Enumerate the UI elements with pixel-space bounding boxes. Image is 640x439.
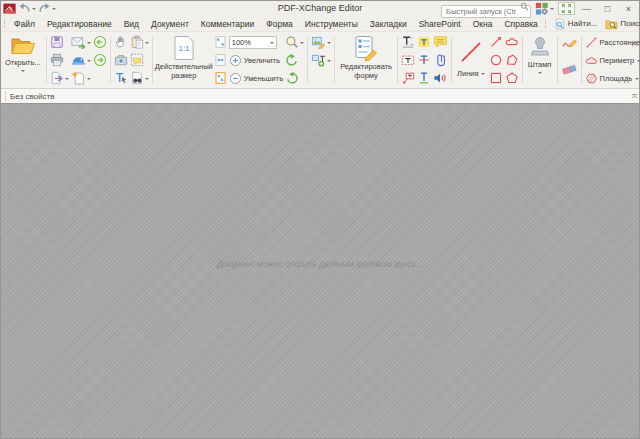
export-dropdown-arrow[interactable] xyxy=(65,78,69,82)
pencil-tool-button[interactable] xyxy=(560,33,579,51)
properties-text: Без свойств xyxy=(10,92,54,101)
email-button[interactable] xyxy=(70,33,92,51)
new-document-dropdown-arrow[interactable] xyxy=(87,78,91,82)
cloud-button[interactable] xyxy=(504,33,520,51)
line-tool-button[interactable]: Линия xyxy=(454,33,488,87)
propsbar-grip[interactable] xyxy=(5,92,7,101)
callout-button[interactable] xyxy=(400,69,416,87)
zoom-tool-button[interactable] xyxy=(284,33,305,51)
menu-bookmarks[interactable]: Закладки xyxy=(364,16,413,31)
menu-comments[interactable]: Комментарии xyxy=(195,16,261,31)
add-content-button[interactable] xyxy=(310,51,332,69)
zoom-tool-dropdown-arrow[interactable] xyxy=(300,42,304,46)
line-label: Линия xyxy=(457,69,479,78)
menu-help[interactable]: Справка xyxy=(498,16,543,31)
sound-button[interactable] xyxy=(432,69,449,87)
next-view-button[interactable] xyxy=(92,51,108,69)
pentagon-button[interactable] xyxy=(504,69,520,87)
prev-view-button[interactable] xyxy=(92,33,108,51)
customize-ui-dropdown-arrow[interactable] xyxy=(550,8,554,12)
arrow-icon xyxy=(489,35,503,49)
search-in-document-dropdown-arrow[interactable] xyxy=(145,78,149,82)
typewriter-button[interactable] xyxy=(400,33,416,51)
close-button[interactable]: × xyxy=(619,2,638,15)
minimize-button[interactable]: — xyxy=(577,2,596,15)
zoom-level-combo[interactable]: 100% xyxy=(229,36,277,49)
rotate-cw-button[interactable] xyxy=(284,69,305,87)
export-button[interactable] xyxy=(49,69,70,87)
rectangle-button[interactable] xyxy=(488,69,504,87)
paste-button[interactable] xyxy=(129,33,150,51)
select-comments-button[interactable] xyxy=(129,51,150,69)
line-dropdown-arrow[interactable] xyxy=(481,73,485,77)
perimeter-label: Периметр xyxy=(600,56,635,65)
customize-ui-icon xyxy=(535,2,549,15)
menu-edit[interactable]: Редактирование xyxy=(41,16,118,31)
arrow-button[interactable] xyxy=(488,33,504,51)
edit-objects-dropdown-arrow[interactable] xyxy=(327,42,331,46)
eraser-button[interactable] xyxy=(560,60,579,78)
select-text-button[interactable] xyxy=(113,69,129,87)
open-button[interactable]: Открыть... xyxy=(2,33,44,87)
attach-file-button[interactable] xyxy=(432,51,449,69)
menu-file[interactable]: Файл xyxy=(8,16,41,31)
save-button[interactable] xyxy=(49,33,70,51)
zoom-out-button[interactable]: Уменьшить xyxy=(228,69,284,87)
fullscreen-button[interactable] xyxy=(558,2,575,15)
redo-dropdown-arrow[interactable] xyxy=(52,8,56,12)
polygon-button[interactable] xyxy=(504,51,520,69)
search-button[interactable]: Поиск... xyxy=(601,17,640,31)
app-logo-icon[interactable] xyxy=(2,2,17,15)
menu-sharepoint[interactable]: SharePoint xyxy=(413,16,467,31)
edit-form-button[interactable]: Редактировать форму xyxy=(337,33,395,87)
find-toolbar-grip[interactable] xyxy=(545,19,547,28)
quick-launch-input[interactable] xyxy=(441,5,531,18)
menu-document[interactable]: Документ xyxy=(145,16,195,31)
propsbar-overflow-button[interactable] xyxy=(631,92,638,101)
stamp-dropdown-arrow[interactable] xyxy=(538,72,542,76)
scan-button[interactable] xyxy=(70,51,92,69)
find-button[interactable]: Найти... xyxy=(550,17,602,31)
scan-dropdown-arrow[interactable] xyxy=(87,60,91,64)
document-area[interactable]: Документ можно открыть двойным щелчком з… xyxy=(1,104,639,438)
email-dropdown-arrow[interactable] xyxy=(87,42,91,46)
actual-size-button[interactable]: 1:1 Действительный размер xyxy=(155,33,213,87)
menu-form[interactable]: Форма xyxy=(260,16,299,31)
text-box-button[interactable] xyxy=(400,51,416,69)
open-dropdown-arrow[interactable] xyxy=(21,70,25,74)
highlight-button[interactable] xyxy=(416,33,432,51)
stamp-button[interactable]: Штамп xyxy=(525,33,555,87)
customize-ui-button[interactable] xyxy=(533,2,556,15)
hand-tool-button[interactable] xyxy=(113,33,129,51)
search-in-document-button[interactable] xyxy=(129,69,150,87)
menu-tools[interactable]: Инструменты xyxy=(299,16,364,31)
area-button[interactable]: Площадь xyxy=(584,69,640,87)
menubar-grip[interactable] xyxy=(4,19,5,28)
perimeter-button[interactable]: Периметр xyxy=(584,51,640,69)
toolbar-overflow-button[interactable] xyxy=(631,33,638,51)
snapshot-button[interactable] xyxy=(113,51,129,69)
text-box-icon xyxy=(401,53,415,67)
edit-objects-button[interactable] xyxy=(310,33,332,51)
menu-view[interactable]: Вид xyxy=(118,16,145,31)
redo-button[interactable] xyxy=(37,2,57,15)
rotate-ccw-button[interactable] xyxy=(284,51,305,69)
fit-visible-button[interactable] xyxy=(213,69,228,87)
circle-button[interactable] xyxy=(488,51,504,69)
zoom-in-button[interactable]: Увеличить xyxy=(228,51,284,69)
area-dropdown-arrow[interactable] xyxy=(635,78,639,82)
new-document-button[interactable] xyxy=(70,69,92,87)
paste-dropdown-arrow[interactable] xyxy=(145,42,149,46)
underline-button[interactable] xyxy=(416,69,432,87)
strikeout-button[interactable] xyxy=(416,51,432,69)
fit-page-button[interactable] xyxy=(213,33,228,51)
stamp-label: Штамп xyxy=(528,60,552,69)
print-button[interactable] xyxy=(49,51,70,69)
maximize-button[interactable]: □ xyxy=(598,2,617,15)
sticky-note-button[interactable] xyxy=(432,33,449,51)
undo-dropdown-arrow[interactable] xyxy=(32,8,36,12)
menu-windows[interactable]: Окна xyxy=(467,16,499,31)
fit-width-button[interactable] xyxy=(213,51,228,69)
add-content-dropdown-arrow[interactable] xyxy=(327,60,331,64)
undo-button[interactable] xyxy=(17,2,37,15)
